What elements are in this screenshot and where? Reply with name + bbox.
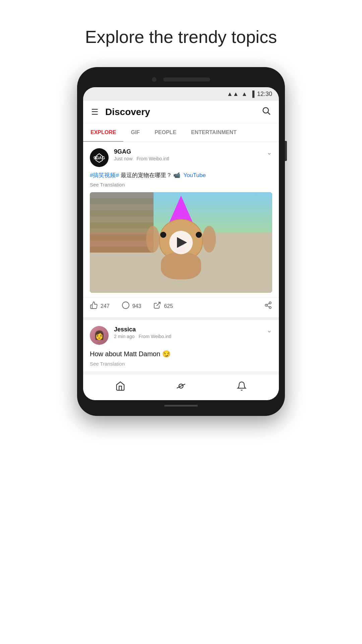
comment-icon bbox=[122, 301, 130, 311]
status-icons: ▲▲ ▲ ▐ 12:30 bbox=[227, 91, 272, 98]
jessica-dropdown-icon[interactable]: ⌄ bbox=[263, 326, 272, 334]
share-button[interactable] bbox=[264, 301, 272, 311]
post-username: 9GAG bbox=[114, 148, 263, 155]
brick-wall bbox=[90, 192, 154, 253]
svg-line-13 bbox=[177, 384, 185, 388]
repost-button[interactable]: 625 bbox=[153, 301, 173, 311]
nav-notifications-button[interactable] bbox=[230, 379, 253, 395]
post-header-jessica: 👩 Jessica 2 min ago From Weibo.intl ⌄ bbox=[83, 320, 279, 349]
post-dropdown-icon[interactable]: ⌄ bbox=[263, 148, 272, 156]
post-meta-jessica: Jessica 2 min ago From Weibo.intl bbox=[114, 326, 263, 339]
svg-line-6 bbox=[157, 302, 160, 306]
post-card-jessica: 👩 Jessica 2 min ago From Weibo.intl ⌄ Ho… bbox=[83, 320, 279, 371]
jessica-post-text: How about Matt Damon 😏 bbox=[90, 349, 272, 359]
comment-count: 943 bbox=[132, 303, 141, 309]
post-text: #搞笑视频# 最逗的宠物在哪里？ 📹 YouTube bbox=[90, 171, 272, 180]
nav-home-button[interactable] bbox=[109, 379, 132, 395]
see-translation[interactable]: See Translation bbox=[90, 182, 272, 187]
page-heading: Explore the trendy topics bbox=[85, 27, 277, 47]
like-count: 247 bbox=[101, 303, 110, 309]
action-bar: 247 943 bbox=[83, 298, 279, 317]
front-camera bbox=[152, 77, 157, 82]
svg-line-10 bbox=[267, 306, 269, 307]
tab-entertainment[interactable]: ENTERTAINMENT bbox=[184, 123, 244, 142]
jessica-username: Jessica bbox=[114, 326, 263, 333]
jessica-avatar: 👩 bbox=[90, 326, 109, 345]
app-title: Discovery bbox=[105, 107, 261, 117]
phone-frame: ▲▲ ▲ ▐ 12:30 ☰ Discovery EXPLORE GIF PEO… bbox=[77, 67, 285, 416]
app-header: ☰ Discovery bbox=[83, 101, 279, 123]
speaker bbox=[163, 77, 210, 82]
post-body: #搞笑视频# 最逗的宠物在哪里？ 📹 YouTube See Translati… bbox=[83, 171, 279, 192]
repost-count: 625 bbox=[164, 303, 173, 309]
youtube-link[interactable]: YouTube bbox=[183, 172, 206, 178]
wifi-icon: ▲▲ bbox=[227, 91, 239, 98]
tab-gif[interactable]: GIF bbox=[123, 123, 147, 142]
svg-point-9 bbox=[269, 307, 271, 309]
video-thumbnail bbox=[90, 192, 272, 293]
search-button[interactable] bbox=[261, 106, 271, 118]
signal-icon: ▲ bbox=[241, 91, 247, 98]
hashtag[interactable]: #搞笑视频# bbox=[90, 172, 119, 178]
avatar: 9GAG bbox=[90, 148, 109, 167]
tabs-bar: EXPLORE GIF PEOPLE ENTERTAINMENT bbox=[83, 123, 279, 142]
phone-top-bar bbox=[83, 77, 279, 82]
youtube-icon: 📹 bbox=[173, 172, 180, 178]
phone-screen: ▲▲ ▲ ▐ 12:30 ☰ Discovery EXPLORE GIF PEO… bbox=[83, 87, 279, 400]
repost-icon bbox=[153, 301, 161, 311]
like-icon bbox=[90, 301, 98, 311]
svg-point-8 bbox=[265, 304, 267, 306]
post-card: 9GAG 9GAG Just now From Weibo.intl ⌄ bbox=[83, 142, 279, 317]
dog-body-lower bbox=[161, 253, 201, 279]
comment-button[interactable]: 943 bbox=[122, 301, 141, 311]
svg-point-7 bbox=[269, 302, 271, 304]
dog-left-eye bbox=[160, 232, 166, 238]
nav-discover-button[interactable] bbox=[169, 379, 193, 395]
play-button[interactable] bbox=[169, 231, 193, 254]
jessica-see-translation[interactable]: See Translation bbox=[90, 361, 272, 367]
post-header: 9GAG 9GAG Just now From Weibo.intl ⌄ bbox=[83, 142, 279, 171]
like-button[interactable]: 247 bbox=[90, 301, 110, 311]
phone-bottom bbox=[83, 405, 279, 407]
hamburger-menu-icon[interactable]: ☰ bbox=[91, 107, 99, 117]
battery-icon: ▐ bbox=[250, 91, 254, 98]
tab-people[interactable]: PEOPLE bbox=[147, 123, 184, 142]
tab-explore[interactable]: EXPLORE bbox=[83, 123, 123, 142]
time-display: 12:30 bbox=[257, 91, 272, 98]
home-indicator bbox=[164, 405, 198, 407]
dog-ear-right bbox=[202, 226, 216, 253]
bottom-nav bbox=[83, 374, 279, 400]
party-hat bbox=[169, 196, 193, 222]
post-submeta: Just now From Weibo.intl bbox=[114, 156, 263, 161]
dog-ear-left bbox=[146, 226, 160, 253]
jessica-post-body: How about Matt Damon 😏 See Translation bbox=[83, 349, 279, 371]
post-meta: 9GAG Just now From Weibo.intl bbox=[114, 148, 263, 161]
feed-area: 9GAG 9GAG Just now From Weibo.intl ⌄ bbox=[83, 142, 279, 371]
svg-line-1 bbox=[268, 112, 270, 114]
video-container[interactable] bbox=[90, 192, 272, 293]
play-triangle-icon bbox=[177, 237, 187, 248]
side-button bbox=[285, 141, 287, 161]
status-bar: ▲▲ ▲ ▐ 12:30 bbox=[83, 87, 279, 101]
svg-text:9GAG: 9GAG bbox=[94, 156, 105, 160]
svg-point-0 bbox=[263, 108, 268, 113]
svg-line-11 bbox=[267, 303, 269, 305]
dog-right-eye bbox=[196, 232, 202, 238]
jessica-submeta: 2 min ago From Weibo.intl bbox=[114, 334, 263, 339]
